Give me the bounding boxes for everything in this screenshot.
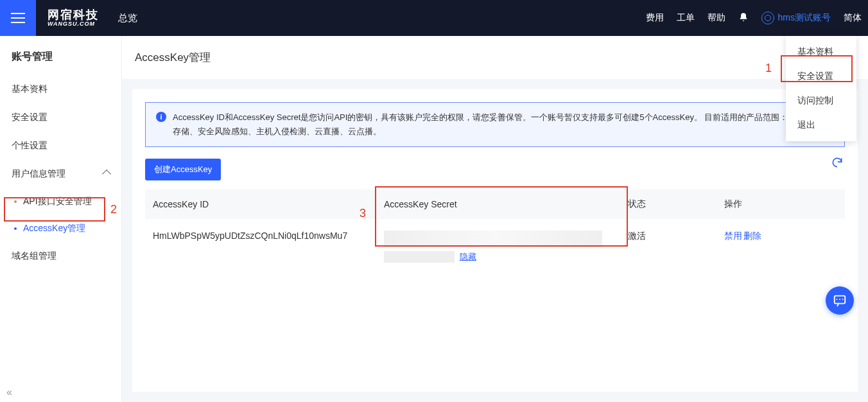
logo-text-cn: 网宿科技 [48, 9, 99, 21]
col-header-id: AccessKey ID [145, 189, 376, 219]
chat-fab-button[interactable] [826, 286, 854, 315]
cell-accesskey-secret: 隐藏 [376, 219, 620, 283]
secret-masked-line2 [384, 251, 455, 263]
sidebar-item-userinfo[interactable]: 用户信息管理 [0, 160, 121, 188]
sidebar-item-domaingroup[interactable]: 域名组管理 [0, 242, 121, 270]
nav-ticket[interactable]: 工单 [670, 12, 701, 24]
sidebar-item-userinfo-label: 用户信息管理 [12, 168, 65, 180]
create-accesskey-button[interactable]: 创建AccessKey [145, 159, 221, 180]
user-icon [761, 12, 774, 24]
header-right: 费用 工单 帮助 hms测试账号 简体 [639, 0, 868, 36]
logo: 网宿科技 WANGSU.COM [48, 9, 99, 27]
alert-text: AccessKey ID和AccessKey Secret是您访问API的密钥，… [173, 110, 834, 139]
user-menu-basic[interactable]: 基本资料 [786, 40, 856, 64]
chat-icon [833, 293, 847, 308]
sidebar: 账号管理 基本资料 安全设置 个性设置 用户信息管理 API接口安全管理 Acc… [0, 36, 122, 402]
cell-status: 激活 [620, 219, 716, 283]
user-menu-logout[interactable]: 退出 [786, 113, 856, 137]
hamburger-menu-button[interactable] [0, 0, 36, 36]
nav-overview[interactable]: 总览 [118, 12, 137, 24]
col-header-secret: AccessKey Secret [376, 189, 620, 219]
toggle-secret-link[interactable]: 隐藏 [460, 252, 476, 261]
sidebar-collapse-icon[interactable]: « [6, 387, 10, 398]
body-layout: 账号管理 基本资料 安全设置 个性设置 用户信息管理 API接口安全管理 Acc… [0, 36, 868, 402]
nav-help[interactable]: 帮助 [701, 12, 732, 24]
content-area: AccessKey管理 i AccessKey ID和AccessKey Sec… [122, 36, 868, 402]
accesskey-table: AccessKey ID AccessKey Secret 状态 操作 HmLW… [145, 189, 845, 283]
logo-text-en: WANGSU.COM [48, 21, 99, 27]
sidebar-item-basic[interactable]: 基本资料 [0, 75, 121, 103]
notification-bell-icon[interactable] [732, 12, 755, 25]
info-alert: i AccessKey ID和AccessKey Secret是您访问API的密… [145, 102, 845, 147]
user-dropdown-menu: 基本资料 安全设置 访问控制 退出 [786, 36, 856, 141]
sidebar-sub-accesskey[interactable]: AccessKey管理 [0, 215, 121, 242]
page-title: AccessKey管理 [122, 36, 868, 79]
cell-operations: 禁用删除 [716, 219, 845, 283]
delete-link[interactable]: 删除 [743, 231, 761, 241]
username-label: hms测试账号 [778, 12, 831, 24]
user-menu-access[interactable]: 访问控制 [786, 89, 856, 113]
refresh-button[interactable] [831, 156, 844, 169]
table-row: HmLWbPSpW5ypUDtZszCQnLNi0qLf10nwsMu7 隐藏 … [145, 219, 845, 283]
refresh-icon [831, 156, 844, 169]
col-header-op: 操作 [716, 189, 845, 219]
secret-masked-line1 [384, 231, 602, 247]
sidebar-title: 账号管理 [0, 36, 121, 75]
sidebar-item-personal[interactable]: 个性设置 [0, 132, 121, 160]
sidebar-item-security[interactable]: 安全设置 [0, 103, 121, 132]
cell-accesskey-id: HmLWbPSpW5ypUDtZszCQnLNi0qLf10nwsMu7 [145, 219, 376, 283]
top-header: 网宿科技 WANGSU.COM 总览 费用 工单 帮助 hms测试账号 简体 基… [0, 0, 868, 36]
user-menu-security[interactable]: 安全设置 [786, 64, 856, 89]
chevron-up-icon [102, 170, 111, 179]
info-icon: i [156, 112, 166, 122]
col-header-status: 状态 [620, 189, 716, 219]
sidebar-sub-api[interactable]: API接口安全管理 [0, 188, 121, 215]
language-switch[interactable]: 简体 [837, 12, 868, 24]
disable-link[interactable]: 禁用 [724, 231, 742, 241]
main-panel: i AccessKey ID和AccessKey Secret是您访问API的密… [132, 89, 858, 392]
user-menu-trigger[interactable]: hms测试账号 [755, 12, 837, 24]
nav-cost[interactable]: 费用 [639, 12, 670, 24]
